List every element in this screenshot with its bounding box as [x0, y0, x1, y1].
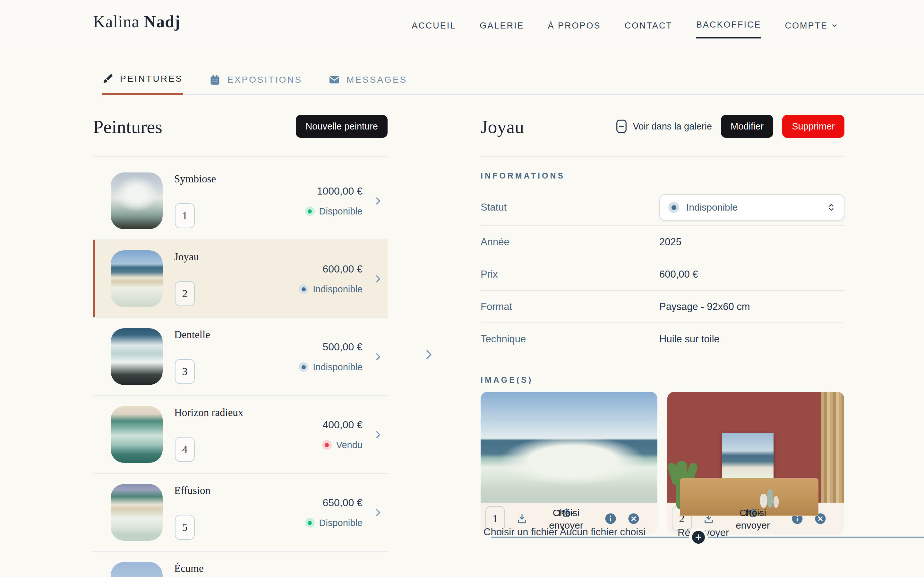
list-item-horizon-radieux[interactable]: Horizon radieux 4 400,00 € Vendu	[93, 396, 388, 474]
painting-number-badge: 5	[175, 515, 195, 540]
painting-thumbnail	[111, 172, 163, 229]
new-painting-button[interactable]: Nouvelle peinture	[296, 115, 388, 138]
nav-item-compte[interactable]: COMPTE	[785, 21, 838, 38]
info-row-statut: Statut Indisponible	[481, 189, 845, 226]
painting-number: 3	[182, 366, 188, 378]
view-in-gallery-link[interactable]: Voir dans la galerie	[615, 119, 712, 134]
status-dot	[322, 440, 332, 450]
backoffice-tabs: PEINTURES EXPOSITIONS MESSAGES	[102, 70, 924, 95]
tab-expositions-label: EXPOSITIONS	[227, 75, 302, 85]
edit-button[interactable]: Modifier	[721, 115, 773, 138]
mail-icon	[328, 74, 340, 85]
image-number: 1	[493, 513, 498, 525]
download-icon[interactable]	[517, 513, 527, 524]
divider	[481, 156, 845, 157]
paintings-panel: Peintures Nouvelle peinture Symbiose 1 1…	[93, 115, 388, 577]
status-dot	[305, 518, 315, 528]
brush-icon	[102, 73, 113, 85]
painting-price: 650,00 €	[305, 497, 363, 509]
painting-number-badge: 3	[175, 359, 195, 384]
painting-title: Horizon radieux	[174, 407, 246, 419]
painting-thumbnail	[111, 250, 163, 307]
info-value: 2025	[659, 236, 682, 248]
nav-item-a-propos[interactable]: À PROPOS	[548, 21, 601, 38]
image-cards: 1 Ré- Choisi envoyer	[481, 392, 845, 535]
tab-messages[interactable]: MESSAGES	[328, 70, 407, 95]
painting-price: 400,00 €	[322, 419, 363, 431]
select-updown-icon	[827, 202, 835, 213]
status-dot	[299, 284, 309, 294]
chevron-right-icon	[373, 508, 383, 518]
painting-number-badge: 2	[175, 281, 195, 306]
nav-item-accueil[interactable]: ACCUEIL	[412, 21, 456, 38]
nav-item-contact[interactable]: CONTACT	[624, 21, 672, 38]
chevron-right-icon	[373, 274, 383, 284]
status-label: Indisponible	[313, 284, 363, 295]
divider-line	[491, 537, 924, 538]
painting-number: 5	[182, 521, 188, 533]
vase	[767, 489, 773, 508]
add-image-button[interactable]	[692, 531, 705, 544]
painting-number: 1	[182, 210, 188, 222]
info-row-annee: Année 2025	[481, 226, 845, 258]
tab-messages-label: MESSAGES	[347, 75, 407, 85]
list-item-dentelle[interactable]: Dentelle 3 500,00 € Indisponible	[93, 318, 388, 396]
reupload-control[interactable]: Ré- Choisi envoyer	[726, 506, 780, 531]
tab-peintures[interactable]: PEINTURES	[102, 70, 183, 95]
paintings-panel-title: Peintures	[93, 115, 162, 139]
info-label: Statut	[481, 201, 659, 213]
chevron-right-icon	[373, 196, 383, 206]
paintings-list: Symbiose 1 1000,00 € Disponible Joyau 2 …	[93, 162, 388, 577]
images-heading: IMAGE(S)	[481, 376, 845, 385]
painting-thumbnail	[111, 562, 163, 577]
list-item-symbiose[interactable]: Symbiose 1 1000,00 € Disponible	[93, 162, 388, 240]
info-row-prix: Prix 600,00 €	[481, 258, 845, 291]
status-dot	[305, 206, 315, 216]
painting-thumbnail	[111, 328, 163, 385]
info-label: Année	[481, 236, 659, 248]
info-row-technique: Technique Huile sur toile	[481, 323, 845, 355]
painting-title: Symbiose	[174, 173, 246, 185]
detail-title: Joyau	[481, 115, 524, 139]
chevron-right-icon	[373, 351, 383, 362]
list-item-effusion[interactable]: Effusion 5 650,00 € Disponible	[93, 474, 388, 552]
painting-thumbnail	[111, 406, 163, 463]
view-in-gallery-label: Voir dans la galerie	[633, 121, 712, 132]
info-label: Prix	[481, 269, 659, 280]
status-label: Indisponible	[313, 362, 363, 372]
info-value: Huile sur toile	[659, 334, 720, 345]
info-value: 600,00 €	[659, 269, 698, 280]
info-label: Format	[481, 301, 659, 313]
remove-image-icon[interactable]	[628, 513, 640, 524]
status-label: Disponible	[319, 518, 363, 528]
info-icon[interactable]	[605, 513, 616, 524]
curtain	[821, 392, 844, 503]
info-row-format: Format Paysage - 92x60 cm	[481, 291, 845, 323]
brand-last-name: Nadj	[144, 13, 181, 31]
list-item-joyau-selected[interactable]: Joyau 2 600,00 € Indisponible	[93, 240, 388, 318]
brand-logo[interactable]: Kalina Nadj	[93, 12, 180, 31]
status-select[interactable]: Indisponible	[659, 194, 845, 221]
image-card-2: 2 Ré- Choisi envoyer	[667, 392, 844, 535]
tab-expositions[interactable]: EXPOSITIONS	[209, 70, 302, 95]
list-item-partial[interactable]: Écume	[93, 552, 388, 577]
status-label: Vendu	[336, 440, 363, 450]
chevron-right-icon	[373, 430, 383, 440]
status-dot	[299, 362, 309, 372]
brand-first-name: Kalina	[93, 13, 140, 31]
choose-file-overlap-label: Choisi	[740, 508, 766, 518]
file-input[interactable]: Choisir un fichier Aucun fichier choisi	[483, 526, 646, 538]
painting-price: 1000,00 €	[305, 185, 363, 197]
info-label: Technique	[481, 334, 659, 345]
nav-item-backoffice[interactable]: BACKOFFICE	[696, 20, 761, 39]
painting-title: Effusion	[174, 485, 246, 496]
tab-peintures-label: PEINTURES	[120, 74, 183, 84]
delete-button[interactable]: Supprimer	[782, 115, 845, 138]
painting-price: 600,00 €	[299, 263, 363, 275]
nav-item-galerie[interactable]: GALERIE	[480, 21, 524, 38]
status-dot	[668, 202, 679, 213]
painting-detail-panel: Joyau Voir dans la galerie Modifier Supp…	[481, 115, 845, 535]
painting-title: Écume	[174, 562, 246, 574]
panel-expand-chevron-icon[interactable]	[422, 348, 435, 361]
painting-image	[481, 392, 657, 503]
